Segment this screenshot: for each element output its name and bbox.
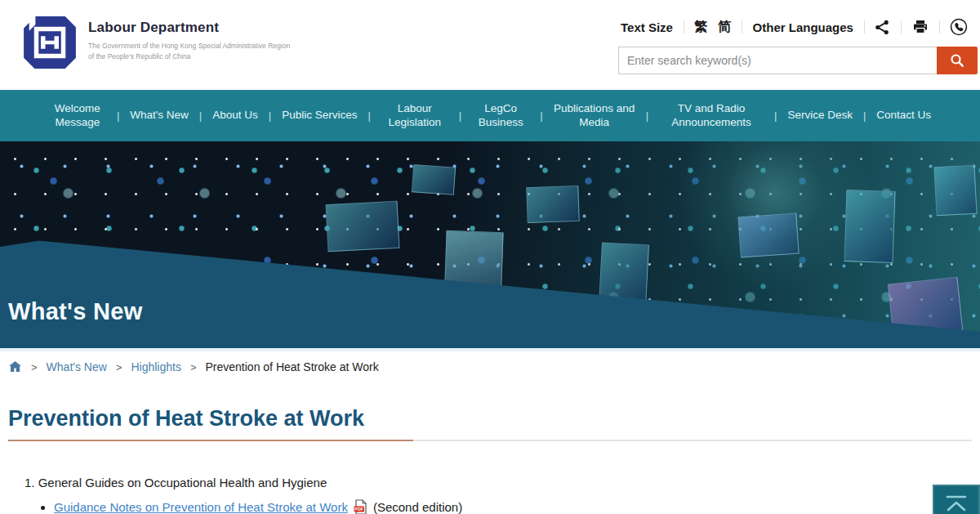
svg-text:PDF: PDF bbox=[354, 507, 363, 512]
main-nav: Welcome Message | What's New | About Us … bbox=[0, 90, 980, 141]
nav-item-welcome-message[interactable]: Welcome Message bbox=[49, 102, 106, 130]
nav-separator: | bbox=[646, 110, 648, 122]
banner-title: What's New bbox=[8, 298, 143, 325]
nav-item-whats-new[interactable]: What's New bbox=[130, 109, 189, 123]
nav-separator: | bbox=[863, 110, 866, 122]
nav-separator: | bbox=[199, 110, 202, 122]
brand-title: Labour Department bbox=[88, 20, 290, 36]
print-icon[interactable] bbox=[912, 18, 929, 36]
title-underline bbox=[8, 440, 972, 441]
brand-subtitle-line1: The Government of the Hong Kong Special … bbox=[88, 41, 290, 51]
chevron-up-icon bbox=[942, 492, 970, 514]
nav-item-service-desk[interactable]: Service Desk bbox=[787, 109, 853, 123]
breadcrumb: > What's New > Highlights > Prevention o… bbox=[8, 360, 379, 373]
nav-item-about-us[interactable]: About Us bbox=[212, 109, 258, 123]
nav-separator: | bbox=[540, 110, 542, 122]
brand-block: Labour Department The Government of the … bbox=[88, 20, 290, 62]
nav-item-publications-and-media[interactable]: Publications and Media bbox=[554, 102, 635, 130]
breadcrumb-current-page: Prevention of Heat Stroke at Work bbox=[206, 360, 379, 373]
breadcrumb-whats-new[interactable]: What's New bbox=[47, 360, 107, 373]
brand-subtitle: The Government of the Hong Kong Special … bbox=[88, 41, 290, 62]
banner-screen-thumbnail bbox=[737, 213, 799, 258]
search-bar bbox=[618, 47, 978, 74]
breadcrumb-separator: > bbox=[31, 361, 38, 373]
utility-bar: Text Size 繁 简 Other Languages bbox=[621, 18, 968, 36]
nav-separator: | bbox=[459, 110, 461, 122]
banner-screen-thumbnail bbox=[326, 201, 400, 253]
banner-screen-thumbnail bbox=[526, 185, 579, 223]
home-icon[interactable] bbox=[8, 360, 22, 373]
traditional-chinese-button[interactable]: 繁 bbox=[694, 19, 707, 36]
search-input[interactable] bbox=[618, 47, 937, 74]
banner-screen-thumbnail bbox=[933, 165, 977, 217]
hero-banner: What's New bbox=[0, 141, 980, 351]
guidance-notes-link[interactable]: Guidance Notes on Prevention of Heat Str… bbox=[54, 498, 348, 514]
nav-separator: | bbox=[117, 110, 119, 122]
text-size-button[interactable]: Text Size bbox=[621, 20, 673, 34]
nav-item-tv-and-radio-announcements[interactable]: TV and Radio Announcements bbox=[659, 102, 764, 130]
nav-item-contact-us[interactable]: Contact Us bbox=[876, 109, 931, 123]
share-icon[interactable] bbox=[875, 18, 890, 36]
search-icon bbox=[950, 53, 964, 68]
labour-department-logo-icon[interactable] bbox=[23, 10, 77, 75]
search-button[interactable] bbox=[937, 47, 978, 74]
list-item: Guidance Notes on Prevention of Heat Str… bbox=[54, 498, 462, 514]
site-header: Labour Department The Government of the … bbox=[0, 0, 980, 90]
nav-item-labour-legislation[interactable]: Labour Legislation bbox=[381, 102, 448, 130]
phone-icon[interactable] bbox=[950, 18, 968, 36]
edition-note: (Second edition) bbox=[373, 498, 462, 514]
nav-item-public-services[interactable]: Public Services bbox=[282, 109, 357, 123]
other-languages-button[interactable]: Other Languages bbox=[753, 20, 853, 34]
section-heading: 1. General Guides on Occupational Health… bbox=[24, 476, 327, 489]
nav-item-legco-business[interactable]: LegCo Business bbox=[472, 102, 529, 130]
breadcrumb-separator: > bbox=[190, 361, 197, 373]
nav-separator: | bbox=[368, 110, 370, 122]
brand-subtitle-line2: of the People's Republic of China bbox=[88, 51, 290, 62]
banner-screen-thumbnail bbox=[412, 164, 456, 195]
back-to-top-button[interactable] bbox=[933, 485, 980, 514]
simplified-chinese-button[interactable]: 简 bbox=[718, 19, 731, 36]
guide-list: Guidance Notes on Prevention of Heat Str… bbox=[54, 498, 462, 514]
banner-screen-thumbnail bbox=[844, 190, 895, 263]
breadcrumb-highlights[interactable]: Highlights bbox=[131, 360, 180, 373]
page-title: Prevention of Heat Stroke at Work bbox=[8, 406, 364, 431]
breadcrumb-separator: > bbox=[116, 361, 122, 373]
nav-separator: | bbox=[269, 110, 271, 122]
nav-separator: | bbox=[774, 110, 777, 122]
pdf-icon: PDF bbox=[354, 499, 368, 514]
page: Labour Department The Government of the … bbox=[0, 0, 980, 514]
